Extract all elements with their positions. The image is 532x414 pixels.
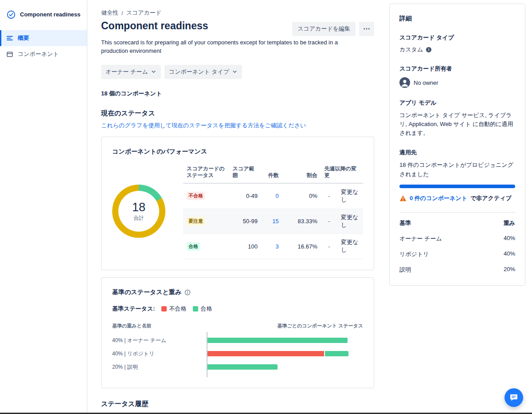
criteria-status-card: 基準のステータスと重み 基準ステータス: 不合格 合格 xyxy=(101,277,374,388)
criteria-legend-label: 基準ステータス: xyxy=(112,305,155,313)
criterion-name: オーナー チーム xyxy=(399,235,442,243)
pass-swatch xyxy=(193,306,198,311)
range-cell: 50-99 xyxy=(229,209,262,234)
scorecard-description: This scorecard is for preparing all of y… xyxy=(101,39,356,55)
inactive-components-link[interactable]: 0 件のコンポーネント xyxy=(410,194,467,202)
warning-icon xyxy=(399,195,407,202)
component-type-filter-label: コンポーネント タイプ xyxy=(169,68,229,76)
range-cell: 0-49 xyxy=(229,183,262,209)
count-link[interactable]: 15 xyxy=(272,218,278,225)
help-chat-button[interactable] xyxy=(505,388,523,407)
criteria-header-label: 基準 xyxy=(399,219,411,227)
legend-item-pass-label: 合格 xyxy=(201,305,212,313)
chat-bubble-icon xyxy=(509,393,518,402)
sidebar-header: Component readiness xyxy=(0,10,87,30)
col-header-percent: 割合 xyxy=(282,164,321,183)
status-breakdown-table: スコアカードのステータス スコア範囲 件数 割合 先週以降の変更 不合格 0-4… xyxy=(183,164,363,260)
range-cell: 100 xyxy=(229,234,262,259)
criteria-bar-segment xyxy=(207,351,324,356)
ellipsis-icon xyxy=(363,25,371,33)
criteria-card-title: 基準のステータスと重み xyxy=(112,288,363,296)
criterion-name: リポジトリ xyxy=(399,250,429,258)
page-header: 健全性 / スコアカード Component readiness スコアカードを… xyxy=(101,9,374,32)
info-icon[interactable] xyxy=(184,289,191,296)
current-status-help-link[interactable]: これらのグラフを使用して現在のステータスを把握する方法をご確認ください xyxy=(101,122,306,130)
main-area: 健全性 / スコアカード Component readiness スコアカードを… xyxy=(87,0,532,414)
criteria-bar-row: 40% | オーナー チーム xyxy=(112,334,363,347)
edit-scorecard-button[interactable]: スコアカードを編集 xyxy=(292,22,356,36)
criterion-weight: 20% xyxy=(504,266,515,274)
inactive-components-suffix: で非アクティブ xyxy=(470,194,512,202)
criteria-row: リポジトリ 40% xyxy=(399,250,515,258)
inactive-components-row: 0 件のコンポーネント で非アクティブ xyxy=(399,194,515,202)
filter-bar: オーナー チーム コンポーネント タイプ xyxy=(101,65,374,79)
more-actions-button[interactable] xyxy=(359,22,374,36)
criteria-bar-segment xyxy=(207,364,278,370)
criteria-bar-segment xyxy=(207,338,348,343)
donut-total-label: 合計 xyxy=(133,214,144,222)
sidebar: Component readiness 概要 コンポーネント xyxy=(0,0,87,414)
chevron-down-icon xyxy=(232,69,238,75)
scorecard-app-icon xyxy=(6,10,16,20)
col-header-status: スコアカードのステータス xyxy=(183,164,229,183)
scorecard-owner-label: スコアカード所有者 xyxy=(399,65,515,73)
count-link[interactable]: 3 xyxy=(275,243,278,250)
trend-cell: - xyxy=(321,209,337,234)
breadcrumb-scorecards-link[interactable]: スコアカード xyxy=(126,9,162,17)
overview-icon xyxy=(6,35,13,42)
donut-total-value: 18 xyxy=(132,201,145,213)
provisioned-progress-bar xyxy=(399,185,515,188)
component-type-filter[interactable]: コンポーネント タイプ xyxy=(164,65,242,79)
criteria-bar-segment xyxy=(325,351,348,356)
scorecard-type-text: カスタム xyxy=(399,46,423,54)
performance-card-body: 18 合計 スコアカードのステータス スコア範囲 xyxy=(112,164,363,260)
info-icon[interactable] xyxy=(426,47,432,53)
chevron-down-icon xyxy=(151,69,156,75)
criteria-bar-label: 20% | 説明 xyxy=(112,363,207,371)
header-actions: スコアカードを編集 xyxy=(292,22,374,36)
applied-to-label: 適用先 xyxy=(399,149,515,157)
component-count: 18 個のコンポーネント xyxy=(101,90,374,98)
breadcrumb-health-link[interactable]: 健全性 xyxy=(101,9,118,17)
owner-team-filter[interactable]: オーナー チーム xyxy=(101,65,161,79)
sidebar-item-overview[interactable]: 概要 xyxy=(0,30,87,46)
component-performance-card: コンポーネントのパフォーマンス 18 合計 xyxy=(101,137,374,271)
percent-cell: 0% xyxy=(282,183,321,209)
owner-name: No owner xyxy=(414,79,438,86)
sidebar-item-components[interactable]: コンポーネント xyxy=(0,46,87,62)
criteria-card-title-text: 基準のステータスと重み xyxy=(112,288,181,296)
status-history-heading: ステータス履歴 xyxy=(101,400,374,408)
percent-cell: 83.33% xyxy=(282,209,321,234)
count-link[interactable]: 0 xyxy=(275,193,278,199)
criteria-bar-label: 40% | リポジトリ xyxy=(112,350,207,358)
status-badge-pass: 合格 xyxy=(187,242,200,251)
change-cell: 変更なし xyxy=(337,234,363,259)
weight-header-label: 重み xyxy=(504,219,515,227)
sidebar-item-overview-label: 概要 xyxy=(18,34,29,42)
change-cell: 変更なし xyxy=(337,209,363,234)
performance-card-title: コンポーネントのパフォーマンス xyxy=(112,148,363,156)
criteria-bar-row: 40% | リポジトリ xyxy=(112,347,363,360)
content-column: 健全性 / スコアカード Component readiness スコアカードを… xyxy=(101,9,374,414)
legend-item-fail-label: 不合格 xyxy=(169,305,187,313)
criteria-bar-track xyxy=(207,338,363,343)
criteria-bar-chart: 40% | オーナー チーム 40% | リポジトリ 20% | 説明 xyxy=(112,334,363,377)
fail-swatch xyxy=(161,306,167,311)
status-badge-fail: 不合格 xyxy=(187,192,205,200)
criteria-bar-track xyxy=(207,351,363,356)
legend-item-fail: 不合格 xyxy=(161,305,187,313)
criteria-weights-header: 基準 重み xyxy=(399,219,515,227)
scorecard-type-value: カスタム xyxy=(399,46,515,54)
criteria-weights-section: 基準 重み オーナー チーム 40% リポジトリ 40% 説明 20% xyxy=(399,212,515,274)
status-badge-warn: 要注意 xyxy=(187,217,205,225)
owner-team-filter-label: オーナー チーム xyxy=(106,68,148,76)
sidebar-item-components-label: コンポーネント xyxy=(18,50,59,58)
criteria-axis-labels: 基準の重みと名前 基準ごとのコンポーネント ステータス xyxy=(112,323,363,329)
owner-avatar xyxy=(399,77,410,88)
axis-left-label: 基準の重みと名前 xyxy=(112,323,152,329)
sidebar-nav: 概要 コンポーネント xyxy=(0,30,87,62)
app-model-text: コンポーネント タイプ サービス, ライブラリ, Application, We… xyxy=(399,111,515,138)
scorecard-owner-value: No owner xyxy=(399,77,515,88)
breadcrumb: 健全性 / スコアカード xyxy=(101,9,374,17)
current-status-heading: 現在のステータス xyxy=(101,109,374,118)
